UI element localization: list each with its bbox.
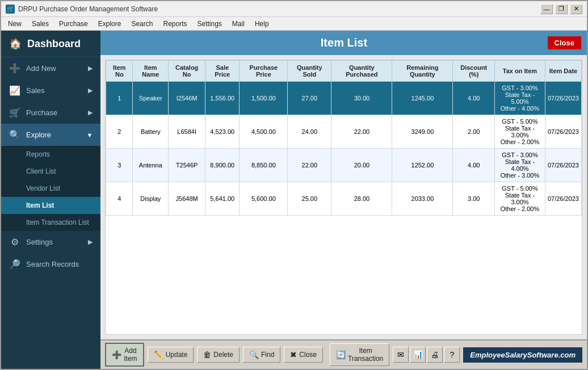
- add-item-icon: ➕: [112, 350, 121, 359]
- menu-reports[interactable]: Reports: [158, 19, 191, 29]
- sidebar-item-add-new[interactable]: ➕ Add New ▶: [1, 57, 100, 79]
- maximize-button[interactable]: ❐: [555, 4, 568, 14]
- table-row[interactable]: 3AntennaT2546P8,900.008,850.0022.0020.00…: [106, 149, 582, 182]
- sidebar-sub-menu: Reports Client List Vendor List Item Lis…: [1, 146, 100, 231]
- table-cell: T2546P: [169, 149, 205, 182]
- menu-bar: New Sales Purchase Explore Search Report…: [1, 17, 587, 31]
- table-cell: 2.00: [453, 115, 495, 149]
- find-button[interactable]: 🔍 Find: [243, 347, 280, 363]
- sidebar-item-settings[interactable]: ⚙ Settings ▶: [1, 231, 100, 253]
- print-icon-button[interactable]: 🖨: [427, 347, 443, 363]
- settings-arrow: ▶: [88, 238, 93, 246]
- table-header-row: Item No Item Name Catalog No Sale Price …: [106, 61, 582, 82]
- table-cell: 07/26/2023: [545, 182, 581, 216]
- sidebar-item-explore[interactable]: 🔍 Explore ▼: [1, 124, 100, 146]
- window-close-button[interactable]: ✕: [570, 4, 582, 14]
- table-cell: 4,500.00: [240, 115, 288, 149]
- table-cell: 3249.00: [392, 115, 453, 149]
- col-remaining-qty: Remaining Quantity: [392, 61, 453, 82]
- table-cell: 3.00: [453, 182, 495, 216]
- close-button[interactable]: ✖ Close: [284, 347, 323, 363]
- sidebar-item-vendor-list[interactable]: Vendor List: [1, 180, 100, 197]
- email-icon-button[interactable]: ✉: [393, 347, 409, 363]
- table-cell: 30.00: [331, 82, 392, 115]
- close-icon: ✖: [290, 350, 297, 359]
- table-cell: GST - 3.00% State Tax - 5.00% Other - 4.…: [495, 82, 545, 115]
- purchase-icon: 🛒: [9, 107, 20, 118]
- add-new-arrow: ▶: [88, 65, 93, 72]
- table-cell: 8,850.00: [240, 149, 288, 182]
- sidebar-item-item-transaction-list[interactable]: Item Transaction List: [1, 214, 100, 231]
- sidebar-add-new-label: Add New: [26, 64, 82, 73]
- explore-arrow: ▼: [86, 132, 93, 138]
- table-cell: 5,641.00: [205, 182, 240, 216]
- sidebar-item-item-list[interactable]: Item List: [1, 197, 100, 214]
- table-row[interactable]: 1SpeakerI2546M1,556.001,500.0027.0030.00…: [106, 82, 582, 115]
- menu-sales[interactable]: Sales: [27, 19, 53, 29]
- search-records-icon: 🔎: [9, 259, 20, 270]
- table-cell: 4.00: [453, 82, 495, 115]
- sidebar-item-search-records[interactable]: 🔎 Search Records: [1, 253, 100, 275]
- table-cell: 1245.00: [392, 82, 453, 115]
- col-item-date: Item Date: [545, 61, 581, 82]
- window-controls: — ❐ ✕: [540, 4, 582, 14]
- settings-icon: ⚙: [9, 237, 20, 247]
- table-cell: L6584I: [169, 115, 205, 149]
- dashboard-icon: 🏠: [9, 37, 22, 50]
- table-cell: Speaker: [133, 82, 169, 115]
- app-icon: [6, 5, 15, 14]
- item-transaction-icon: 🔄: [336, 350, 346, 359]
- sidebar-item-reports[interactable]: Reports: [1, 146, 100, 163]
- bottom-toolbar: ➕ Add Item ✏️ Update 🗑 Delete 🔍 Find ✖: [100, 339, 587, 369]
- menu-purchase[interactable]: Purchase: [54, 19, 93, 29]
- table-cell: I2546M: [169, 82, 205, 115]
- window-title: DRPU Purchase Order Management Software: [18, 5, 158, 13]
- add-item-button[interactable]: ➕ Add Item: [105, 343, 144, 367]
- sidebar: 🏠 Dashboard ➕ Add New ▶ 📈 Sales ▶ 🛒 Purc…: [1, 31, 100, 369]
- find-icon: 🔍: [249, 350, 259, 359]
- brand-text: EmployeeSalarySoftware.com: [470, 351, 576, 359]
- table-cell: 4: [106, 182, 133, 216]
- sidebar-sales-label: Sales: [26, 86, 82, 95]
- menu-new[interactable]: New: [3, 19, 26, 29]
- delete-button[interactable]: 🗑 Delete: [197, 347, 240, 363]
- menu-mail[interactable]: Mail: [228, 19, 249, 29]
- table-cell: 24.00: [288, 115, 331, 149]
- table-cell: 27.00: [288, 82, 331, 115]
- col-item-name: Item Name: [133, 61, 169, 82]
- brand-bar: EmployeeSalarySoftware.com: [463, 347, 582, 363]
- menu-explore[interactable]: Explore: [94, 19, 126, 29]
- table-cell: 1,556.00: [205, 82, 240, 115]
- menu-help[interactable]: Help: [250, 19, 274, 29]
- sidebar-header[interactable]: 🏠 Dashboard: [1, 31, 100, 57]
- item-list-table-container: Item No Item Name Catalog No Sale Price …: [105, 60, 582, 335]
- minimize-button[interactable]: —: [540, 4, 553, 14]
- item-transaction-button[interactable]: 🔄 Item Transaction: [330, 343, 389, 366]
- header-close-button[interactable]: Close: [548, 36, 581, 49]
- sidebar-header-label: Dashboard: [27, 38, 81, 50]
- update-label: Update: [166, 351, 188, 359]
- help-icon-button[interactable]: ?: [444, 347, 460, 363]
- table-row[interactable]: 2BatteryL6584I4,523.004,500.0024.0022.00…: [106, 115, 582, 149]
- table-cell: Battery: [133, 115, 169, 149]
- title-bar-left: DRPU Purchase Order Management Software: [6, 5, 158, 14]
- title-bar: DRPU Purchase Order Management Software …: [1, 1, 587, 17]
- update-button[interactable]: ✏️ Update: [148, 347, 194, 363]
- menu-search[interactable]: Search: [127, 19, 157, 29]
- sidebar-item-sales[interactable]: 📈 Sales ▶: [1, 79, 100, 102]
- table-cell: 22.00: [331, 115, 392, 149]
- menu-settings[interactable]: Settings: [193, 19, 226, 29]
- sidebar-item-client-list[interactable]: Client List: [1, 163, 100, 180]
- table-cell: 07/26/2023: [545, 115, 581, 149]
- add-new-icon: ➕: [9, 63, 20, 74]
- sidebar-settings-label: Settings: [26, 238, 82, 246]
- table-row[interactable]: 4DisplayJ5648M5,641.005,600.0025.0028.00…: [106, 182, 582, 216]
- col-item-no: Item No: [106, 61, 133, 82]
- table-cell: 4.00: [453, 149, 495, 182]
- sales-arrow: ▶: [88, 87, 93, 94]
- table-cell: GST - 5.00% State Tax - 3.00% Other - 2.…: [495, 115, 545, 149]
- excel-icon-button[interactable]: 📊: [410, 347, 426, 363]
- col-sale-price: Sale Price: [205, 61, 240, 82]
- sidebar-item-purchase[interactable]: 🛒 Purchase ▶: [1, 102, 100, 124]
- col-tax-on-item: Tax on Item: [495, 61, 545, 82]
